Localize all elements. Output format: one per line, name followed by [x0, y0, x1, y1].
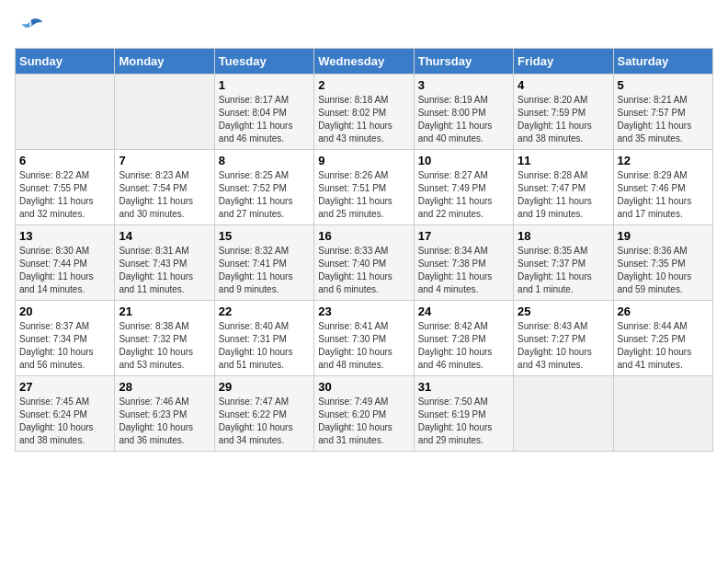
calendar-cell: 25 Sunrise: 8:43 AM Sunset: 7:27 PM Dayl… — [514, 301, 613, 376]
day-info: Sunrise: 8:40 AM Sunset: 7:31 PM Dayligh… — [219, 320, 310, 372]
sunrise: Sunrise: 8:44 AM — [618, 321, 688, 331]
daylight: Daylight: 11 hours and 1 minute. — [518, 271, 592, 294]
sunset: Sunset: 8:00 PM — [418, 108, 486, 118]
sunrise: Sunrise: 8:42 AM — [418, 321, 488, 331]
daylight: Daylight: 10 hours and 36 minutes. — [119, 422, 193, 445]
sunrise: Sunrise: 8:37 AM — [19, 321, 89, 331]
day-number: 2 — [318, 78, 409, 92]
calendar-cell: 30 Sunrise: 7:49 AM Sunset: 6:20 PM Dayl… — [314, 376, 414, 452]
sunset: Sunset: 7:37 PM — [518, 259, 586, 269]
sunrise: Sunrise: 8:22 AM — [19, 170, 89, 180]
day-header-monday: Monday — [115, 49, 214, 75]
daylight: Daylight: 11 hours and 4 minutes. — [418, 271, 493, 294]
sunset: Sunset: 7:47 PM — [518, 183, 586, 193]
day-header-saturday: Saturday — [613, 49, 712, 75]
sunset: Sunset: 7:28 PM — [418, 334, 486, 344]
sunrise: Sunrise: 7:49 AM — [318, 396, 388, 407]
calendar-cell: 16 Sunrise: 8:33 AM Sunset: 7:40 PM Dayl… — [314, 225, 414, 301]
day-info: Sunrise: 7:50 AM Sunset: 6:19 PM Dayligh… — [418, 396, 509, 447]
calendar-cell: 18 Sunrise: 8:35 AM Sunset: 7:37 PM Dayl… — [514, 225, 613, 301]
sunrise: Sunrise: 8:28 AM — [518, 170, 587, 180]
day-number: 14 — [119, 229, 210, 243]
sunset: Sunset: 7:31 PM — [219, 334, 287, 344]
day-number: 30 — [318, 380, 409, 394]
day-info: Sunrise: 8:18 AM Sunset: 8:02 PM Dayligh… — [318, 94, 409, 145]
logo-bird-icon — [18, 15, 44, 40]
sunset: Sunset: 7:46 PM — [618, 183, 686, 193]
sunset: Sunset: 7:43 PM — [119, 259, 187, 269]
day-number: 1 — [219, 78, 310, 92]
calendar-cell: 23 Sunrise: 8:41 AM Sunset: 7:30 PM Dayl… — [314, 301, 414, 376]
calendar-cell: 20 Sunrise: 8:37 AM Sunset: 7:34 PM Dayl… — [16, 301, 115, 376]
sunset: Sunset: 7:40 PM — [318, 259, 386, 269]
calendar-cell: 14 Sunrise: 8:31 AM Sunset: 7:43 PM Dayl… — [115, 225, 214, 301]
day-info: Sunrise: 8:26 AM Sunset: 7:51 PM Dayligh… — [318, 169, 409, 221]
sunrise: Sunrise: 8:36 AM — [618, 246, 688, 256]
sunrise: Sunrise: 8:38 AM — [119, 321, 188, 331]
day-number: 22 — [219, 304, 310, 318]
day-info: Sunrise: 7:45 AM Sunset: 6:24 PM Dayligh… — [19, 396, 110, 447]
day-info: Sunrise: 8:17 AM Sunset: 8:04 PM Dayligh… — [219, 94, 310, 145]
day-header-thursday: Thursday — [414, 49, 513, 75]
calendar-cell: 6 Sunrise: 8:22 AM Sunset: 7:55 PM Dayli… — [16, 150, 115, 225]
day-info: Sunrise: 8:38 AM Sunset: 7:32 PM Dayligh… — [119, 320, 210, 372]
day-info: Sunrise: 8:27 AM Sunset: 7:49 PM Dayligh… — [418, 169, 509, 221]
page-header — [15, 15, 713, 40]
sunrise: Sunrise: 8:41 AM — [318, 321, 388, 331]
sunset: Sunset: 7:25 PM — [618, 334, 686, 344]
sunset: Sunset: 7:57 PM — [618, 108, 686, 118]
day-number: 13 — [19, 229, 110, 243]
sunset: Sunset: 7:55 PM — [19, 183, 87, 193]
day-number: 6 — [19, 154, 110, 167]
daylight: Daylight: 10 hours and 48 minutes. — [318, 347, 392, 370]
calendar-cell: 29 Sunrise: 7:47 AM Sunset: 6:22 PM Dayl… — [214, 376, 313, 452]
daylight: Daylight: 11 hours and 6 minutes. — [318, 271, 392, 294]
day-info: Sunrise: 8:20 AM Sunset: 7:59 PM Dayligh… — [518, 94, 609, 145]
sunrise: Sunrise: 7:50 AM — [418, 396, 488, 407]
sunset: Sunset: 7:34 PM — [19, 334, 87, 344]
calendar-cell: 4 Sunrise: 8:20 AM Sunset: 7:59 PM Dayli… — [514, 75, 613, 150]
sunrise: Sunrise: 8:32 AM — [219, 246, 289, 256]
day-header-tuesday: Tuesday — [214, 49, 313, 75]
calendar-cell: 11 Sunrise: 8:28 AM Sunset: 7:47 PM Dayl… — [514, 150, 613, 225]
day-info: Sunrise: 8:29 AM Sunset: 7:46 PM Dayligh… — [618, 169, 709, 221]
calendar-week-row: 13 Sunrise: 8:30 AM Sunset: 7:44 PM Dayl… — [16, 225, 713, 301]
calendar-week-row: 27 Sunrise: 7:45 AM Sunset: 6:24 PM Dayl… — [16, 376, 713, 452]
calendar-cell: 12 Sunrise: 8:29 AM Sunset: 7:46 PM Dayl… — [613, 150, 712, 225]
sunrise: Sunrise: 8:29 AM — [618, 170, 688, 180]
calendar-table: SundayMondayTuesdayWednesdayThursdayFrid… — [15, 48, 713, 452]
sunrise: Sunrise: 8:33 AM — [318, 246, 388, 256]
daylight: Daylight: 10 hours and 38 minutes. — [19, 422, 94, 445]
calendar-cell: 3 Sunrise: 8:19 AM Sunset: 8:00 PM Dayli… — [414, 75, 513, 150]
sunset: Sunset: 7:59 PM — [518, 108, 586, 118]
sunset: Sunset: 7:54 PM — [119, 183, 187, 193]
calendar-cell: 2 Sunrise: 8:18 AM Sunset: 8:02 PM Dayli… — [314, 75, 414, 150]
day-number: 12 — [618, 154, 709, 167]
sunrise: Sunrise: 7:47 AM — [219, 396, 289, 407]
sunrise: Sunrise: 8:20 AM — [518, 95, 587, 105]
calendar-cell: 31 Sunrise: 7:50 AM Sunset: 6:19 PM Dayl… — [414, 376, 513, 452]
calendar-cell: 17 Sunrise: 8:34 AM Sunset: 7:38 PM Dayl… — [414, 225, 513, 301]
day-info: Sunrise: 8:43 AM Sunset: 7:27 PM Dayligh… — [518, 320, 609, 372]
day-info: Sunrise: 8:33 AM Sunset: 7:40 PM Dayligh… — [318, 245, 409, 296]
sunrise: Sunrise: 7:45 AM — [19, 396, 89, 407]
day-number: 10 — [418, 154, 509, 167]
sunset: Sunset: 6:19 PM — [418, 409, 486, 419]
day-number: 29 — [219, 380, 310, 394]
day-info: Sunrise: 8:21 AM Sunset: 7:57 PM Dayligh… — [618, 94, 709, 145]
day-info: Sunrise: 8:31 AM Sunset: 7:43 PM Dayligh… — [119, 245, 210, 296]
daylight: Daylight: 10 hours and 29 minutes. — [418, 422, 493, 445]
calendar-cell: 24 Sunrise: 8:42 AM Sunset: 7:28 PM Dayl… — [414, 301, 513, 376]
sunset: Sunset: 6:24 PM — [19, 409, 87, 419]
day-number: 8 — [219, 154, 310, 167]
day-info: Sunrise: 8:35 AM Sunset: 7:37 PM Dayligh… — [518, 245, 609, 296]
day-number: 16 — [318, 229, 409, 243]
day-number: 27 — [19, 380, 110, 394]
sunrise: Sunrise: 8:30 AM — [19, 246, 89, 256]
calendar-cell: 19 Sunrise: 8:36 AM Sunset: 7:35 PM Dayl… — [613, 225, 712, 301]
sunset: Sunset: 7:35 PM — [618, 259, 686, 269]
sunset: Sunset: 7:30 PM — [318, 334, 386, 344]
sunset: Sunset: 8:04 PM — [219, 108, 287, 118]
daylight: Daylight: 10 hours and 56 minutes. — [19, 347, 94, 370]
day-number: 4 — [518, 78, 609, 92]
